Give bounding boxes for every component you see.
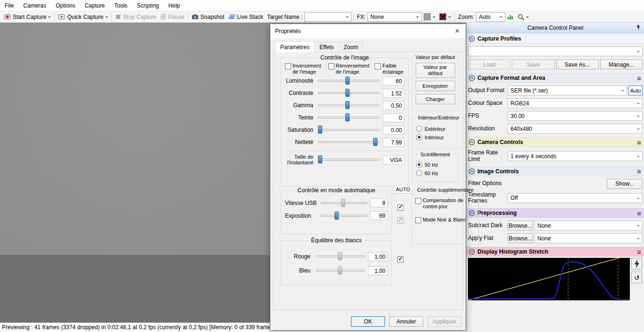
target-name-combobox[interactable] xyxy=(304,12,351,22)
radio-circle[interactable] xyxy=(416,126,422,132)
slider-thumb[interactable] xyxy=(338,252,342,260)
stop-capture-button[interactable]: Stop Capture xyxy=(113,12,159,22)
subtract-dark-select[interactable]: None xyxy=(535,221,643,230)
slider-thumb[interactable] xyxy=(318,155,322,163)
usb-speed-auto-checkbox[interactable] xyxy=(397,204,403,211)
gamma-slider[interactable] xyxy=(318,101,380,110)
section-menu-icon[interactable]: ≡ xyxy=(636,168,642,175)
tab-effets[interactable]: Effets xyxy=(314,42,339,52)
slider-thumb[interactable] xyxy=(345,113,350,121)
snapshot-button[interactable]: Snapshot xyxy=(190,12,226,22)
slider-thumb[interactable] xyxy=(318,126,322,134)
radio-circle[interactable] xyxy=(416,134,422,140)
histogram-display[interactable] xyxy=(468,258,630,300)
sixty-hz-radio[interactable]: 60 Hz xyxy=(416,170,454,176)
sharpness-slider[interactable] xyxy=(318,137,380,147)
dialog-titlebar[interactable]: Propriétés × xyxy=(270,24,466,38)
menu-capture[interactable]: Capture xyxy=(80,0,109,11)
zoom-combobox[interactable]: Auto xyxy=(476,12,505,22)
save-settings-button[interactable]: Enregistrer xyxy=(416,81,455,91)
collapse-chevron-icon[interactable] xyxy=(468,248,475,255)
menu-help[interactable]: Help xyxy=(164,0,185,11)
fifty-hz-radio[interactable]: 50 Hz xyxy=(416,162,454,168)
white-balance-auto-checkbox[interactable] xyxy=(397,256,403,263)
output-format-select[interactable]: SER file (*.ser) xyxy=(508,85,627,95)
apply-flat-select[interactable]: None xyxy=(535,233,643,243)
fx-combobox[interactable]: None xyxy=(368,12,422,22)
blue-balance-slider[interactable] xyxy=(316,266,365,275)
frame-rate-limit-select[interactable]: 1 every 4 seconds xyxy=(508,151,643,161)
snapshot-size-slider[interactable] xyxy=(318,155,380,164)
apply-flat-browse-button[interactable]: Browse... xyxy=(508,233,533,243)
timestamp-frames-select[interactable]: Off xyxy=(508,193,643,203)
section-image-controls-header[interactable]: Image Controls ≡ xyxy=(467,167,644,176)
reset-stretch-button[interactable]: ↺ xyxy=(631,272,642,283)
collapse-chevron-icon[interactable] xyxy=(468,35,475,42)
checkbox-box[interactable] xyxy=(285,63,291,69)
load-settings-button[interactable]: Charger xyxy=(416,94,455,104)
close-icon[interactable]: × xyxy=(449,24,466,38)
section-camera-controls-header[interactable]: Camera Controls ≡ xyxy=(467,137,644,147)
section-capture-format-header[interactable]: Capture Format and Area ≡ xyxy=(467,73,644,83)
show-filter-options-button[interactable]: Show... xyxy=(607,179,643,189)
checkbox-box[interactable] xyxy=(328,63,335,69)
subtract-dark-browse-button[interactable]: Browse... xyxy=(508,221,533,230)
collapse-chevron-icon[interactable] xyxy=(468,139,475,145)
slider-thumb[interactable] xyxy=(335,212,339,220)
exposure-slider[interactable] xyxy=(321,211,367,221)
slider-thumb[interactable] xyxy=(373,138,377,146)
slider-thumb[interactable] xyxy=(341,199,345,207)
usb-speed-slider[interactable] xyxy=(321,198,367,208)
black-white-mode-checkbox[interactable]: Mode Noir & Blanc xyxy=(415,217,476,223)
section-capture-profiles-header[interactable]: Capture Profiles xyxy=(467,34,644,43)
section-menu-icon[interactable]: ≡ xyxy=(636,75,642,82)
radio-circle[interactable] xyxy=(416,162,422,168)
load-button[interactable]: Load xyxy=(468,60,510,69)
apply-button[interactable]: Appliquer xyxy=(427,316,461,327)
quick-capture-button[interactable]: Quick Capture xyxy=(56,12,110,22)
menu-options[interactable]: Options xyxy=(51,0,80,11)
indoor-radio[interactable]: Intérieur xyxy=(416,134,461,140)
brightness-slider[interactable] xyxy=(318,76,380,85)
histogram-toggle-button[interactable] xyxy=(505,12,516,22)
pin-icon[interactable] xyxy=(635,25,641,31)
start-capture-button[interactable]: Start Capture xyxy=(2,12,53,22)
invert-image-checkbox[interactable]: Inversement de l'image xyxy=(285,63,326,75)
background-swatch-button[interactable] xyxy=(422,12,437,22)
low-light-checkbox[interactable]: Faible éclairage xyxy=(375,63,404,75)
red-balance-slider[interactable] xyxy=(316,252,365,261)
outdoor-radio[interactable]: Extérieur xyxy=(416,126,461,132)
mirror-image-checkbox[interactable]: Renversement de l'image xyxy=(328,63,373,75)
menu-scripting[interactable]: Scripting xyxy=(132,0,164,11)
checkbox-box[interactable] xyxy=(415,217,421,223)
backlight-compensation-checkbox[interactable]: Compensation de contre-jour xyxy=(415,197,476,209)
section-histogram-stretch-header[interactable]: Display Histogram Stretch ≡ xyxy=(467,247,644,256)
section-menu-icon[interactable]: ≡ xyxy=(636,248,642,255)
slider-thumb[interactable] xyxy=(345,101,350,109)
checkbox-box[interactable] xyxy=(415,198,421,204)
ok-button[interactable]: OK xyxy=(351,316,385,327)
section-menu-icon[interactable]: ≡ xyxy=(636,210,642,217)
live-stack-button[interactable]: Live Stack xyxy=(226,12,265,22)
tab-zoom[interactable]: Zoom xyxy=(339,42,364,52)
pause-button[interactable]: Pause xyxy=(159,12,186,22)
slider-thumb[interactable] xyxy=(338,266,342,274)
fps-select[interactable]: 30,00 xyxy=(508,111,643,121)
menu-file[interactable]: File xyxy=(0,0,18,11)
auto-stretch-button[interactable] xyxy=(631,258,642,270)
collapse-chevron-icon[interactable] xyxy=(468,75,475,81)
cancel-button[interactable]: Annuler xyxy=(389,316,423,327)
slider-thumb[interactable] xyxy=(345,77,350,85)
collapse-chevron-icon[interactable] xyxy=(468,168,475,175)
slider-thumb[interactable] xyxy=(345,89,350,97)
menu-tools[interactable]: Tools xyxy=(109,0,132,11)
save-button[interactable]: Save xyxy=(512,60,554,69)
resolution-select[interactable]: 640x480 xyxy=(508,124,643,134)
section-preprocessing-header[interactable]: Preprocessing ≡ xyxy=(467,208,644,218)
magnifier-button[interactable] xyxy=(516,12,531,22)
saturation-slider[interactable] xyxy=(318,125,380,135)
radio-circle[interactable] xyxy=(416,170,422,176)
auto-format-button[interactable]: Auto xyxy=(628,85,643,95)
overlay-swatch-button[interactable] xyxy=(437,12,453,22)
save-as-button[interactable]: Save As... xyxy=(556,60,599,69)
